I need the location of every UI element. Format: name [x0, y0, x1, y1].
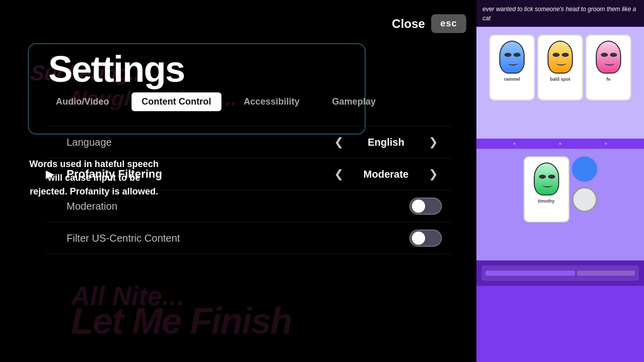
tab-accessibility[interactable]: Accessibility: [234, 92, 310, 111]
help-text-panel: Words used in hateful speech will cause …: [28, 157, 160, 199]
close-area: Close esc: [392, 14, 466, 33]
char-cards-bottom: timothy: [476, 149, 644, 260]
game-progress-bar: [481, 266, 639, 281]
char-card-bald-spot: Bald Spot: [537, 35, 583, 101]
close-button[interactable]: Close: [392, 17, 425, 31]
tab-content-control[interactable]: Content Control: [132, 92, 221, 111]
tab-gameplay[interactable]: Gameplay: [322, 92, 386, 111]
esc-button[interactable]: esc: [431, 14, 466, 33]
char-name-fe: fe: [606, 77, 610, 82]
moderation-toggle[interactable]: [409, 198, 442, 215]
language-prev-button[interactable]: ❮: [330, 134, 347, 151]
filter-us-toggle-knob: [412, 232, 425, 245]
char-card-rammel: rammel: [489, 35, 535, 101]
profanity-next-button[interactable]: ❯: [425, 166, 442, 183]
profanity-value-control: ❮ Moderate ❯: [330, 166, 442, 183]
filter-us-toggle[interactable]: [409, 229, 442, 247]
char-name-rammel: rammel: [504, 77, 520, 82]
game-panel: ever wanted to lick someone's head to gr…: [476, 0, 644, 362]
char-card-timothy: timothy: [524, 156, 569, 222]
tabs-bar: Audio/Video Content Control Accessibilit…: [46, 92, 386, 111]
score-circle-1: [572, 156, 597, 182]
scrolling-question: ever wanted to lick someone's head to gr…: [482, 6, 636, 22]
char-icon-rammel: [499, 41, 525, 74]
profanity-prev-button[interactable]: ❮: [330, 166, 347, 183]
char-name-bald-spot: Bald Spot: [550, 77, 570, 82]
language-label: Language: [58, 137, 330, 148]
game-bottom-strip: [476, 260, 644, 286]
char-name-timothy: timothy: [538, 199, 555, 204]
moderation-toggle-knob: [412, 200, 425, 213]
connector-dot-3: [605, 143, 607, 145]
char-icon-fe: [596, 41, 621, 74]
filter-us-centric-row: ▶ Filter US-Centric Content: [46, 222, 452, 254]
help-text-content: Words used in hateful speech will cause …: [28, 157, 160, 199]
progress-fill: [486, 271, 575, 276]
tab-audio-video[interactable]: Audio/Video: [46, 92, 119, 111]
connector-dot-2: [559, 143, 561, 145]
connector-dot-1: [513, 143, 516, 145]
bg-game-text-4: Let Me Finish: [71, 300, 292, 342]
char-icon-timothy: [534, 162, 559, 195]
language-next-button[interactable]: ❯: [425, 134, 442, 151]
score-circle-2: [572, 187, 597, 212]
char-icon-bald-spot: [548, 41, 573, 74]
language-value: English: [356, 137, 416, 148]
progress-empty: [577, 271, 635, 276]
filter-us-label: Filter US-Centric Content: [58, 233, 409, 244]
char-cards-top: rammel Bald Spot fe: [476, 27, 644, 139]
profanity-value: Moderate: [356, 169, 416, 180]
score-circles: [572, 156, 597, 212]
char-card-fe: fe: [586, 35, 631, 101]
moderation-label: Moderation: [58, 201, 409, 212]
language-row: ▶ Language ❮ English ❯: [46, 126, 452, 158]
settings-title: Settings: [48, 48, 184, 90]
language-value-control: ❮ English ❯: [330, 134, 442, 151]
